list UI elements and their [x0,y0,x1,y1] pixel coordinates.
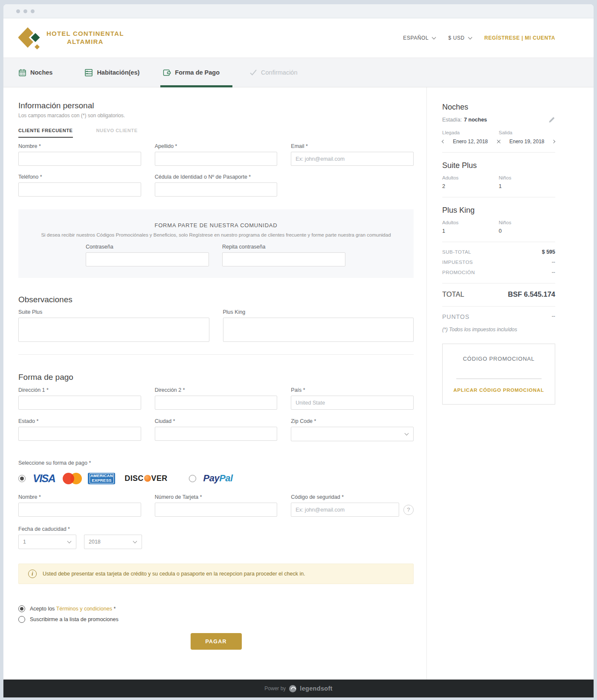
last-name-input[interactable] [155,152,278,166]
field-phone: Teléfono * [18,174,141,197]
field-first-name: Nombre * [18,143,141,166]
browser-window: HOTEL CONTINENTAL ALTAMIRA ESPAÑOL $ USD… [3,4,594,697]
subscribe-radio[interactable] [18,616,25,623]
calendar-icon [18,69,26,77]
apply-promo-link[interactable]: APLICAR CÓDIGO PROMOCIONAL [451,388,546,393]
paypal-text-2: Pal [219,473,233,483]
chevron-down-icon [432,35,436,40]
first-name-input[interactable] [18,152,141,166]
step-rooms-label: Habitación(es) [97,69,139,76]
step-rooms[interactable]: Habitación(es) [84,58,139,87]
payment-method-label: Seleccione su forma de pago * [18,460,414,466]
summary-nights-title: Noches [442,103,555,112]
check-icon [249,69,257,76]
address2-input[interactable] [155,396,278,410]
field-card-name: Nombre * [18,494,141,517]
field-last-name: Apellido * [155,143,278,166]
card-name-input[interactable] [18,503,141,517]
checkin-notice-text: Usted debe presentar esta tarjeta de cré… [43,571,305,577]
chevron-left-icon[interactable] [442,140,445,143]
departure-label: Salida [499,130,556,135]
arrival-stepper: Enero 12, 2018 [442,139,498,145]
room-summary: Suite Plus Adultos 2 Niños 1 [442,161,555,189]
subscribe-row: Suscribirme a la lista de promociones [18,616,414,623]
email-input[interactable] [291,152,414,166]
id-passport-label: Cédula de Identidad o Nº de Pasaporte * [155,174,278,180]
credit-card-radio[interactable] [18,475,26,482]
field-state: Estado * [18,418,141,441]
security-code-input[interactable] [291,503,399,517]
terms-link[interactable]: Términos y condiciones [56,606,112,612]
promo-value: -- [552,269,555,275]
hotel-name: HOTEL CONTINENTAL ALTAMIRA [46,30,124,46]
points-value: -- [552,313,555,320]
children-count: 0 [499,228,556,234]
footer: Power by legendsoft [3,680,594,697]
terms-suffix: * [113,606,116,612]
tab-frequent-client[interactable]: CLIENTE FRECUENTE [18,128,73,138]
language-label: ESPAÑOL [403,35,429,41]
departure-date: Enero 19, 2018 [509,139,544,145]
email-label: Email * [291,143,414,149]
stay-label: Estadía: [442,117,462,123]
tab-new-client[interactable]: NUEVO CLIENTE [96,128,138,138]
zip-select[interactable] [291,427,414,441]
summary-divider [442,306,555,307]
total-row: TOTAL BSF 6.545.174 [442,290,555,298]
phone-input[interactable] [18,182,141,197]
repeat-password-input[interactable] [222,252,345,266]
country-label: País * [291,387,414,393]
terms-prefix: Acepto los [30,606,55,612]
terms-section: Acepto los Términos y condiciones * Susc… [18,605,414,623]
help-icon[interactable]: ? [403,505,414,515]
address1-input[interactable] [18,396,141,410]
wallet-icon [163,69,171,77]
language-selector[interactable]: ESPAÑOL [403,35,435,41]
step-nights[interactable]: Noches [18,58,52,87]
field-email: Email * [291,143,414,166]
taxes-value: -- [552,259,555,265]
currency-selector[interactable]: $ USD [448,35,471,41]
card-number-label: Número de Tarjeta * [155,494,278,500]
paypal-text-1: Pay [203,473,220,483]
expiry-month-select[interactable]: 1 [18,535,76,549]
discover-text-post: VER [151,474,168,483]
amex-logo: AMERICAN EXPRESS [88,473,115,484]
paypal-radio[interactable] [189,475,196,482]
terms-radio[interactable] [18,605,25,612]
state-input[interactable] [18,427,141,441]
checkin-notice: i Usted debe presentar esta tarjeta de c… [18,564,414,584]
community-title: FORMA PARTE DE NUESTRA COMUNIDAD [18,222,414,229]
id-passport-input[interactable] [155,182,278,197]
promo-row: PROMOCIÓN -- [442,269,555,275]
adults-label: Adultos [442,220,499,225]
pay-button[interactable]: PAGAR [191,633,242,650]
chevron-right-icon[interactable] [552,140,555,143]
adults-count: 1 [442,228,499,234]
observations-plus-king-input[interactable] [223,318,414,342]
payment-methods: VISA AMERICAN EXPRESS DISCVER PayPal [18,472,414,485]
main: Información personal Los campos marcados… [3,87,594,680]
password-input[interactable] [86,252,209,266]
expiry-year-select[interactable]: 2018 [84,535,142,549]
edit-pencil-icon[interactable] [548,116,555,123]
phone-label: Teléfono * [18,174,141,180]
step-payment[interactable]: Forma de Pago [163,58,220,87]
field-id-passport: Cédula de Identidad o Nº de Pasaporte * [155,174,278,197]
city-input[interactable] [155,427,278,441]
site-header: HOTEL CONTINENTAL ALTAMIRA ESPAÑOL $ USD… [3,18,594,58]
account-links[interactable]: REGÍSTRESE | MI CUENTA [484,35,555,41]
promo-code-input[interactable] [456,368,542,379]
state-label: Estado * [18,418,141,424]
card-number-input[interactable] [155,503,278,517]
children-label: Niños [499,220,556,225]
chevron-left-icon[interactable] [498,140,501,143]
field-city: Ciudad * [155,418,278,441]
terms-text: Acepto los Términos y condiciones * [30,606,116,612]
password-label: Contraseña [86,244,209,250]
client-tabs: CLIENTE FRECUENTE NUEVO CLIENTE [18,128,414,138]
observations-suite-plus-input[interactable] [18,318,209,342]
arrival-col: Llegada Enero 12, 2018 [442,130,499,145]
discover-o-icon [144,475,151,482]
country-input[interactable] [291,396,414,410]
